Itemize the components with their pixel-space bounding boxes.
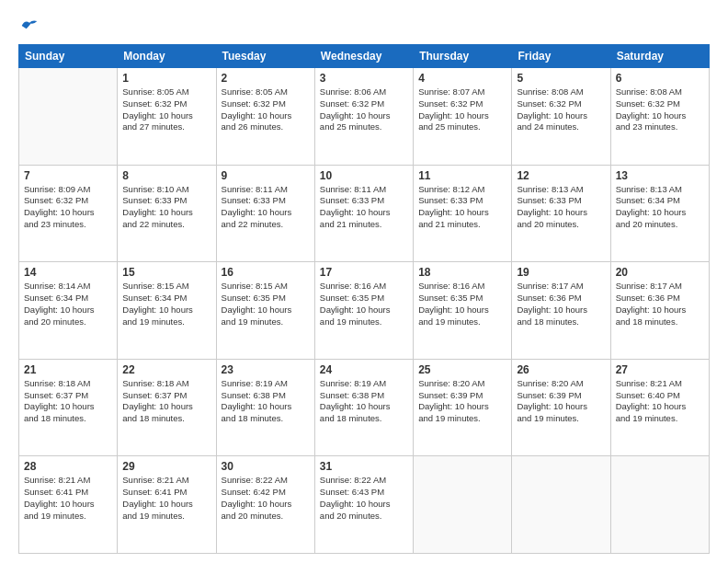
day-number: 30 [222, 460, 310, 473]
calendar-table: SundayMondayTuesdayWednesdayThursdayFrid… [18, 44, 710, 554]
day-info: Sunrise: 8:21 AM Sunset: 6:41 PM Dayligh… [122, 475, 210, 522]
day-cell: 4Sunrise: 8:07 AM Sunset: 6:32 PM Daylig… [414, 68, 512, 166]
col-header-thursday: Thursday [414, 45, 512, 68]
day-info: Sunrise: 8:13 AM Sunset: 6:33 PM Dayligh… [517, 184, 605, 231]
day-cell: 21Sunrise: 8:18 AM Sunset: 6:37 PM Dayli… [19, 359, 118, 456]
day-cell [19, 68, 118, 166]
day-info: Sunrise: 8:11 AM Sunset: 6:33 PM Dayligh… [222, 184, 310, 231]
day-info: Sunrise: 8:14 AM Sunset: 6:34 PM Dayligh… [24, 281, 112, 327]
day-cell: 29Sunrise: 8:21 AM Sunset: 6:41 PM Dayli… [118, 456, 216, 554]
day-info: Sunrise: 8:09 AM Sunset: 6:32 PM Dayligh… [24, 184, 112, 231]
day-info: Sunrise: 8:07 AM Sunset: 6:32 PM Dayligh… [418, 86, 506, 133]
day-info: Sunrise: 8:17 AM Sunset: 6:36 PM Dayligh… [517, 281, 605, 327]
day-info: Sunrise: 8:21 AM Sunset: 6:40 PM Dayligh… [616, 378, 704, 425]
day-info: Sunrise: 8:16 AM Sunset: 6:35 PM Dayligh… [418, 281, 506, 327]
day-cell [512, 456, 610, 554]
day-number: 16 [222, 266, 310, 279]
day-number: 1 [122, 72, 210, 85]
day-info: Sunrise: 8:18 AM Sunset: 6:37 PM Dayligh… [24, 378, 112, 425]
day-info: Sunrise: 8:20 AM Sunset: 6:39 PM Dayligh… [517, 378, 605, 425]
day-info: Sunrise: 8:08 AM Sunset: 6:32 PM Dayligh… [517, 86, 605, 133]
day-cell: 31Sunrise: 8:22 AM Sunset: 6:43 PM Dayli… [314, 456, 413, 554]
day-cell: 2Sunrise: 8:05 AM Sunset: 6:32 PM Daylig… [216, 68, 314, 166]
day-cell: 20Sunrise: 8:17 AM Sunset: 6:36 PM Dayli… [610, 262, 709, 360]
day-info: Sunrise: 8:15 AM Sunset: 6:34 PM Dayligh… [122, 281, 210, 327]
day-info: Sunrise: 8:21 AM Sunset: 6:41 PM Dayligh… [24, 475, 112, 522]
logo-bird-icon [20, 17, 39, 35]
week-row-3: 14Sunrise: 8:14 AM Sunset: 6:34 PM Dayli… [19, 262, 710, 360]
day-info: Sunrise: 8:19 AM Sunset: 6:38 PM Dayligh… [320, 378, 408, 425]
day-cell: 5Sunrise: 8:08 AM Sunset: 6:32 PM Daylig… [512, 68, 610, 166]
day-info: Sunrise: 8:15 AM Sunset: 6:35 PM Dayligh… [222, 281, 310, 327]
day-cell: 14Sunrise: 8:14 AM Sunset: 6:34 PM Dayli… [19, 262, 118, 360]
day-number: 6 [616, 72, 704, 85]
day-cell: 9Sunrise: 8:11 AM Sunset: 6:33 PM Daylig… [216, 165, 314, 262]
header [18, 17, 710, 35]
day-info: Sunrise: 8:08 AM Sunset: 6:32 PM Dayligh… [616, 86, 704, 133]
day-number: 4 [418, 72, 506, 85]
col-header-sunday: Sunday [19, 45, 118, 68]
day-cell: 23Sunrise: 8:19 AM Sunset: 6:38 PM Dayli… [216, 359, 314, 456]
day-cell: 18Sunrise: 8:16 AM Sunset: 6:35 PM Dayli… [414, 262, 512, 360]
day-number: 28 [24, 460, 112, 473]
day-cell: 22Sunrise: 8:18 AM Sunset: 6:37 PM Dayli… [118, 359, 216, 456]
day-number: 19 [517, 266, 605, 279]
day-info: Sunrise: 8:19 AM Sunset: 6:38 PM Dayligh… [222, 378, 310, 425]
col-header-saturday: Saturday [610, 45, 709, 68]
day-number: 18 [418, 266, 506, 279]
logo [18, 17, 39, 35]
day-cell [414, 456, 512, 554]
day-number: 26 [517, 363, 605, 376]
day-info: Sunrise: 8:17 AM Sunset: 6:36 PM Dayligh… [616, 281, 704, 327]
day-number: 15 [122, 266, 210, 279]
week-row-2: 7Sunrise: 8:09 AM Sunset: 6:32 PM Daylig… [19, 165, 710, 262]
day-number: 23 [222, 363, 310, 376]
week-row-4: 21Sunrise: 8:18 AM Sunset: 6:37 PM Dayli… [19, 359, 710, 456]
col-header-friday: Friday [512, 45, 610, 68]
day-cell: 30Sunrise: 8:22 AM Sunset: 6:42 PM Dayli… [216, 456, 314, 554]
day-number: 5 [517, 72, 605, 85]
day-cell: 10Sunrise: 8:11 AM Sunset: 6:33 PM Dayli… [314, 165, 413, 262]
day-cell: 13Sunrise: 8:13 AM Sunset: 6:34 PM Dayli… [610, 165, 709, 262]
day-number: 7 [24, 169, 112, 182]
day-number: 8 [122, 169, 210, 182]
day-cell: 26Sunrise: 8:20 AM Sunset: 6:39 PM Dayli… [512, 359, 610, 456]
day-cell: 19Sunrise: 8:17 AM Sunset: 6:36 PM Dayli… [512, 262, 610, 360]
day-info: Sunrise: 8:18 AM Sunset: 6:37 PM Dayligh… [122, 378, 210, 425]
day-number: 31 [320, 460, 408, 473]
day-cell: 6Sunrise: 8:08 AM Sunset: 6:32 PM Daylig… [610, 68, 709, 166]
day-number: 10 [320, 169, 408, 182]
day-cell: 27Sunrise: 8:21 AM Sunset: 6:40 PM Dayli… [610, 359, 709, 456]
day-info: Sunrise: 8:22 AM Sunset: 6:43 PM Dayligh… [320, 475, 408, 522]
day-number: 13 [616, 169, 704, 182]
day-number: 12 [517, 169, 605, 182]
day-number: 21 [24, 363, 112, 376]
day-cell: 1Sunrise: 8:05 AM Sunset: 6:32 PM Daylig… [118, 68, 216, 166]
day-number: 9 [222, 169, 310, 182]
day-number: 20 [616, 266, 704, 279]
page: SundayMondayTuesdayWednesdayThursdayFrid… [0, 0, 728, 563]
day-number: 3 [320, 72, 408, 85]
day-number: 14 [24, 266, 112, 279]
week-row-5: 28Sunrise: 8:21 AM Sunset: 6:41 PM Dayli… [19, 456, 710, 554]
day-info: Sunrise: 8:05 AM Sunset: 6:32 PM Dayligh… [122, 86, 210, 133]
day-number: 2 [222, 72, 310, 85]
day-info: Sunrise: 8:16 AM Sunset: 6:35 PM Dayligh… [320, 281, 408, 327]
day-info: Sunrise: 8:05 AM Sunset: 6:32 PM Dayligh… [222, 86, 310, 133]
col-header-wednesday: Wednesday [314, 45, 413, 68]
day-cell: 12Sunrise: 8:13 AM Sunset: 6:33 PM Dayli… [512, 165, 610, 262]
day-cell [610, 456, 709, 554]
day-number: 25 [418, 363, 506, 376]
day-number: 17 [320, 266, 408, 279]
day-cell: 11Sunrise: 8:12 AM Sunset: 6:33 PM Dayli… [414, 165, 512, 262]
day-cell: 17Sunrise: 8:16 AM Sunset: 6:35 PM Dayli… [314, 262, 413, 360]
day-number: 22 [122, 363, 210, 376]
day-info: Sunrise: 8:11 AM Sunset: 6:33 PM Dayligh… [320, 184, 408, 231]
day-cell: 3Sunrise: 8:06 AM Sunset: 6:32 PM Daylig… [314, 68, 413, 166]
day-cell: 25Sunrise: 8:20 AM Sunset: 6:39 PM Dayli… [414, 359, 512, 456]
week-row-1: 1Sunrise: 8:05 AM Sunset: 6:32 PM Daylig… [19, 68, 710, 166]
day-cell: 16Sunrise: 8:15 AM Sunset: 6:35 PM Dayli… [216, 262, 314, 360]
day-info: Sunrise: 8:20 AM Sunset: 6:39 PM Dayligh… [418, 378, 506, 425]
day-info: Sunrise: 8:13 AM Sunset: 6:34 PM Dayligh… [616, 184, 704, 231]
day-cell: 7Sunrise: 8:09 AM Sunset: 6:32 PM Daylig… [19, 165, 118, 262]
